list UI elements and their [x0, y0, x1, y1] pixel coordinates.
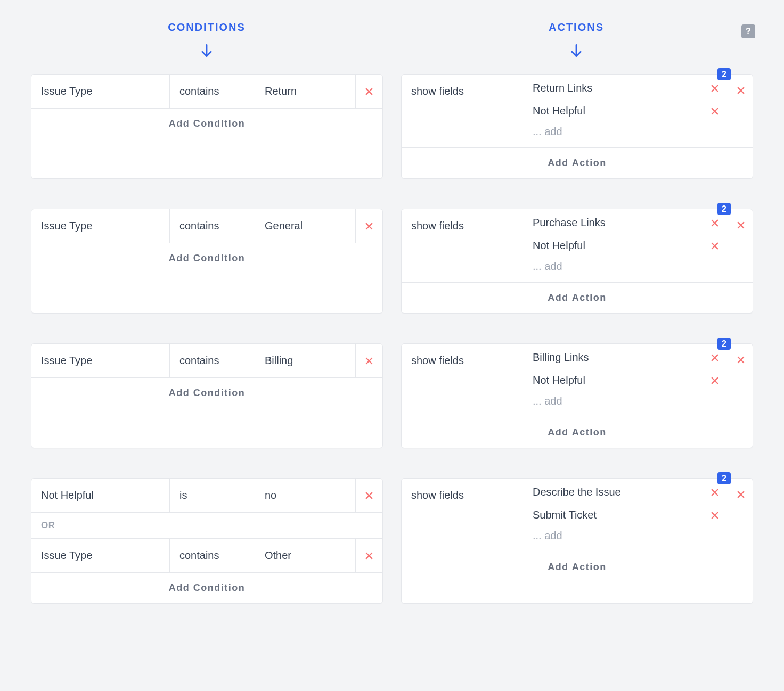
add-action-button[interactable]: Add Action — [402, 148, 753, 178]
action-type-select[interactable]: show fields — [402, 75, 524, 147]
help-button[interactable]: ? — [741, 24, 755, 38]
action-field-item: Billing Links — [524, 344, 729, 367]
action-row: show fields2Purchase LinksNot Helpful...… — [402, 209, 753, 283]
remove-field-button[interactable] — [709, 487, 720, 498]
remove-field-button[interactable] — [709, 106, 720, 117]
condition-value-input[interactable]: General — [255, 209, 356, 243]
remove-field-button[interactable] — [709, 83, 720, 94]
close-icon[interactable] — [364, 221, 374, 232]
field-count-badge: 2 — [717, 472, 731, 484]
condition-field-select[interactable]: Not Helpful — [31, 479, 170, 512]
action-type-select[interactable]: show fields — [402, 209, 524, 282]
condition-operator-select[interactable]: contains — [170, 539, 255, 572]
action-field-item: Not Helpful — [524, 232, 729, 255]
remove-action-button[interactable] — [729, 344, 753, 417]
add-action-button[interactable]: Add Action — [402, 417, 753, 448]
remove-field-button[interactable] — [709, 218, 720, 228]
remove-condition-button[interactable] — [356, 75, 382, 108]
remove-condition-button[interactable] — [356, 344, 382, 377]
close-icon[interactable] — [736, 489, 746, 500]
condition-card: Not HelpfulisnoORIssue TypecontainsOther… — [31, 478, 383, 604]
condition-row: Not Helpfulisno — [31, 479, 382, 513]
remove-field-button[interactable] — [709, 241, 720, 251]
action-field-label: Describe the Issue — [533, 486, 709, 498]
arrow-down-icon — [31, 43, 382, 58]
action-type-select[interactable]: show fields — [402, 479, 524, 552]
action-field-label: Not Helpful — [533, 240, 709, 252]
condition-value-input[interactable]: Other — [255, 539, 356, 572]
conditions-header: Conditions — [31, 21, 382, 34]
add-condition-button[interactable]: Add Condition — [31, 573, 382, 603]
close-icon[interactable] — [736, 355, 746, 365]
action-body: 2Return LinksNot Helpful... add — [524, 75, 729, 147]
action-row: show fields2Return LinksNot Helpful... a… — [402, 75, 753, 148]
add-field-input[interactable]: ... add — [524, 524, 729, 552]
remove-condition-button[interactable] — [356, 479, 382, 512]
condition-value-input[interactable]: Billing — [255, 344, 356, 377]
action-field-item: Submit Ticket — [524, 501, 729, 524]
action-row: show fields2Billing LinksNot Helpful... … — [402, 344, 753, 417]
condition-join-or: OR — [31, 513, 382, 539]
conditions-column: Conditions — [31, 21, 382, 74]
condition-value-input[interactable]: Return — [255, 75, 356, 108]
close-icon[interactable] — [736, 85, 746, 96]
arrow-down-icon — [401, 43, 752, 58]
condition-field-select[interactable]: Issue Type — [31, 539, 170, 572]
condition-value-input[interactable]: no — [255, 479, 356, 512]
condition-row: Issue TypecontainsBilling — [31, 344, 382, 378]
close-icon[interactable] — [364, 490, 374, 501]
action-field-item: Not Helpful — [524, 97, 729, 120]
add-field-input[interactable]: ... add — [524, 390, 729, 417]
remove-field-button[interactable] — [709, 352, 720, 363]
close-icon[interactable] — [364, 86, 374, 97]
action-type-select[interactable]: show fields — [402, 344, 524, 417]
condition-operator-select[interactable]: contains — [170, 344, 255, 377]
condition-operator-select[interactable]: contains — [170, 209, 255, 243]
condition-row: Issue TypecontainsReturn — [31, 75, 382, 109]
action-field-label: Submit Ticket — [533, 509, 709, 521]
remove-field-button[interactable] — [709, 510, 720, 521]
add-action-button[interactable]: Add Action — [402, 552, 753, 582]
field-count-badge: 2 — [717, 338, 731, 350]
field-count-badge: 2 — [717, 68, 731, 80]
remove-condition-button[interactable] — [356, 539, 382, 572]
add-condition-button[interactable]: Add Condition — [31, 109, 382, 139]
condition-card: Issue TypecontainsBillingAdd Condition — [31, 343, 383, 448]
add-field-input[interactable]: ... add — [524, 120, 729, 147]
add-field-input[interactable]: ... add — [524, 255, 729, 282]
action-field-item: Return Links — [524, 75, 729, 97]
action-field-label: Purchase Links — [533, 217, 709, 229]
action-field-item: Purchase Links — [524, 209, 729, 232]
action-field-label: Billing Links — [533, 351, 709, 364]
remove-field-button[interactable] — [709, 375, 720, 386]
action-body: 2Purchase LinksNot Helpful... add — [524, 209, 729, 282]
action-field-label: Not Helpful — [533, 105, 709, 117]
action-card: show fields2Purchase LinksNot Helpful...… — [401, 209, 753, 314]
action-card: show fields2Describe the IssueSubmit Tic… — [401, 478, 753, 604]
action-body: 2Describe the IssueSubmit Ticket... add — [524, 479, 729, 552]
action-field-item: Not Helpful — [524, 367, 729, 390]
action-card: show fields2Billing LinksNot Helpful... … — [401, 343, 753, 448]
remove-action-button[interactable] — [729, 479, 753, 552]
condition-field-select[interactable]: Issue Type — [31, 344, 170, 377]
add-condition-button[interactable]: Add Condition — [31, 243, 382, 274]
condition-operator-select[interactable]: contains — [170, 75, 255, 108]
add-condition-button[interactable]: Add Condition — [31, 378, 382, 408]
close-icon[interactable] — [364, 550, 374, 561]
condition-field-select[interactable]: Issue Type — [31, 75, 170, 108]
condition-row: Issue TypecontainsGeneral — [31, 209, 382, 243]
add-action-button[interactable]: Add Action — [402, 283, 753, 313]
condition-field-select[interactable]: Issue Type — [31, 209, 170, 243]
condition-row: Issue TypecontainsOther — [31, 539, 382, 573]
remove-action-button[interactable] — [729, 209, 753, 282]
condition-operator-select[interactable]: is — [170, 479, 255, 512]
close-icon[interactable] — [364, 356, 374, 366]
action-body: 2Billing LinksNot Helpful... add — [524, 344, 729, 417]
action-field-label: Not Helpful — [533, 374, 709, 386]
action-card: show fields2Return LinksNot Helpful... a… — [401, 74, 753, 179]
remove-condition-button[interactable] — [356, 209, 382, 243]
remove-action-button[interactable] — [729, 75, 753, 147]
action-row: show fields2Describe the IssueSubmit Tic… — [402, 479, 753, 552]
close-icon[interactable] — [736, 220, 746, 231]
actions-header: Actions — [401, 21, 752, 34]
